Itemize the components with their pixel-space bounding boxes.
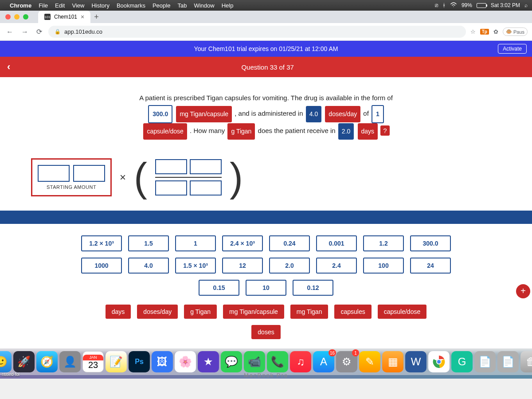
dock-settings[interactable]: ⚙1 — [336, 351, 357, 372]
value-chip: 4.0 — [306, 106, 321, 122]
number-tile[interactable]: 0.15 — [199, 280, 239, 296]
number-tile[interactable]: 4.0 — [128, 258, 169, 274]
add-factor-button[interactable]: + — [516, 284, 530, 298]
menu-app[interactable]: Chrome — [10, 2, 31, 9]
dock-phone[interactable]: 📞 — [267, 351, 288, 372]
dock-facetime[interactable]: 📹 — [244, 351, 265, 372]
dock-launchpad[interactable]: 🚀 — [13, 351, 35, 372]
numerator-unit-slot[interactable] — [190, 159, 222, 174]
tab-close-icon[interactable]: × — [81, 13, 84, 20]
dock-appstore[interactable]: A16 — [313, 351, 334, 372]
extensions-icon[interactable]: ✿ — [493, 28, 498, 35]
unit-tile[interactable]: capsules — [334, 305, 371, 319]
dock-music[interactable]: ♫ — [290, 351, 311, 372]
number-tile[interactable]: 2.0 — [269, 258, 310, 274]
question-counter: Question 33 of 37 — [10, 63, 525, 71]
dimensional-analysis-workspace: STARTING AMOUNT × ( ) — [18, 140, 514, 206]
menu-people[interactable]: People — [153, 2, 170, 9]
bookmark-star-icon[interactable]: ☆ — [470, 28, 476, 35]
number-tile[interactable]: 1.2 — [363, 235, 404, 251]
bluetooth-icon[interactable]: ᚼ — [442, 2, 446, 8]
dock-finder[interactable]: 🙂 — [0, 351, 12, 372]
browser-tab[interactable]: 101 Chem101 × — [38, 11, 90, 23]
forward-button[interactable]: → — [20, 26, 30, 38]
dock-preview[interactable]: 🖼 — [152, 351, 173, 372]
number-tile[interactable]: 2.4 × 10³ — [222, 235, 263, 251]
starting-unit-slot[interactable] — [73, 165, 105, 182]
dock-messages[interactable]: 💬 — [221, 351, 242, 372]
number-tile[interactable]: 1.2 × 10³ — [81, 235, 122, 251]
dock-imovie[interactable]: ★ — [198, 351, 219, 372]
number-tile[interactable]: 0.12 — [293, 280, 333, 296]
number-tile[interactable]: 1.5 × 10³ — [175, 258, 216, 274]
number-tile[interactable]: 1000 — [81, 258, 122, 274]
minimize-window-button[interactable] — [14, 14, 20, 20]
address-bar[interactable]: 🔒 app.101edu.co — [48, 26, 466, 38]
airplay-icon[interactable]: ⎚ — [435, 2, 438, 8]
menu-edit[interactable]: Edit — [55, 2, 65, 9]
unit-chip: capsule/dose — [143, 123, 187, 140]
menu-file[interactable]: File — [39, 2, 48, 9]
tile-bank: 1.2 × 10³ 1.5 1 2.4 × 10³ 0.24 0.001 1.2… — [0, 224, 532, 352]
starting-amount-box[interactable]: STARTING AMOUNT — [31, 158, 112, 196]
extension-paused[interactable]: 🐵 Paus — [503, 27, 528, 36]
battery-icon[interactable] — [477, 3, 486, 8]
dock-word[interactable]: W — [405, 351, 426, 372]
menu-view[interactable]: View — [72, 2, 84, 9]
menu-help[interactable]: Help — [222, 2, 234, 9]
denominator-unit-slot[interactable] — [190, 180, 222, 196]
dock-grammarly[interactable]: G — [451, 351, 473, 372]
clock[interactable]: Sat 3:02 PM — [491, 2, 520, 8]
dock-photos[interactable]: 🌸 — [175, 351, 196, 372]
dock-trash[interactable]: 🗑 — [520, 351, 532, 372]
dock-calendar[interactable]: JAN 23 — [82, 351, 104, 372]
reload-button[interactable]: ⟳ — [35, 26, 44, 38]
menu-history[interactable]: History — [91, 2, 109, 9]
dock-notes[interactable]: 📝 — [106, 351, 127, 372]
activate-button[interactable]: Activate — [498, 44, 527, 54]
unit-tile[interactable]: capsule/dose — [378, 305, 427, 319]
number-tile[interactable]: 2.4 — [316, 258, 357, 274]
unit-tile[interactable]: mg Tigan — [290, 305, 329, 319]
new-tab-button[interactable]: + — [94, 12, 99, 22]
number-tile[interactable]: 0.001 — [316, 235, 357, 251]
dock-screenshot-1[interactable]: 📄 — [474, 351, 496, 372]
number-tile[interactable]: 10 — [246, 280, 286, 296]
dock-contacts[interactable]: 👤 — [59, 351, 81, 372]
trial-text: Your Chem101 trial expires on 01/25/21 a… — [194, 45, 338, 52]
back-button[interactable]: ← — [4, 26, 15, 38]
menu-tab[interactable]: Tab — [177, 2, 187, 9]
conversion-factor[interactable] — [155, 159, 222, 196]
denominator-value-slot[interactable] — [155, 180, 187, 196]
menu-window[interactable]: Window — [194, 2, 214, 9]
dock-chrome[interactable] — [428, 351, 450, 372]
desktop-folder-label[interactable]: ntitled fol — [2, 372, 20, 377]
dock-numbers[interactable]: ▦ — [382, 351, 403, 372]
unit-tile[interactable]: mg Tigan/capsule — [223, 305, 284, 319]
dock-screenshot-2[interactable]: 📄 — [497, 351, 519, 372]
number-tile[interactable]: 0.24 — [269, 235, 310, 251]
right-paren-icon: ) — [230, 157, 243, 197]
number-tile[interactable]: 1 — [175, 235, 216, 251]
prev-question-button[interactable]: ‹ — [7, 61, 10, 73]
dock-safari[interactable]: 🧭 — [36, 351, 58, 372]
extension-tp[interactable]: Tp — [480, 29, 489, 35]
close-window-button[interactable] — [5, 14, 11, 20]
number-tile[interactable]: 1.5 — [128, 235, 169, 251]
starting-value-slot[interactable] — [38, 165, 70, 182]
numerator-value-slot[interactable] — [155, 159, 187, 174]
unit-tile[interactable]: g Tigan — [184, 305, 217, 319]
number-tile[interactable]: 24 — [410, 258, 451, 274]
unit-tile[interactable]: doses — [251, 325, 280, 339]
number-tile[interactable]: 12 — [222, 258, 263, 274]
spotlight-icon[interactable]: ⌕ — [524, 2, 528, 8]
unit-tile[interactable]: days — [106, 305, 131, 319]
menu-bookmarks[interactable]: Bookmarks — [117, 2, 145, 9]
maximize-window-button[interactable] — [23, 14, 28, 20]
wifi-icon[interactable] — [450, 2, 457, 9]
dock-pages[interactable]: ✎ — [359, 351, 380, 372]
unit-tile[interactable]: doses/day — [137, 305, 178, 319]
number-tile[interactable]: 300.0 — [410, 235, 451, 251]
number-tile[interactable]: 100 — [363, 258, 404, 274]
dock-photoshop[interactable]: Ps — [129, 351, 150, 372]
